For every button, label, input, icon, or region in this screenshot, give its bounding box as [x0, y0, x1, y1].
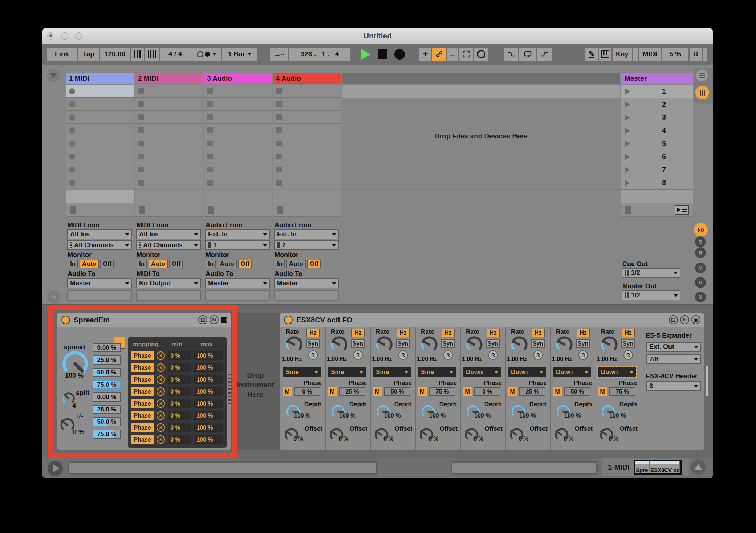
clip-slot[interactable]	[135, 111, 203, 124]
map-min-value[interactable]: 0 %	[168, 399, 191, 408]
clip-slot[interactable]	[204, 111, 272, 124]
device-on-button[interactable]	[61, 316, 70, 324]
crossfader-toggle[interactable]: ≈	[47, 290, 60, 304]
map-mode-icon[interactable]: ⊡	[198, 315, 207, 324]
clip-slot[interactable]	[273, 124, 341, 137]
track-stop-button[interactable]	[70, 206, 76, 214]
input-channel-select[interactable]: 2	[274, 240, 339, 250]
retrigger-button[interactable]: R	[578, 350, 588, 360]
clip-drop-area[interactable]	[273, 190, 341, 203]
mixer-section-toggle[interactable]: M	[695, 263, 706, 273]
waveform-select[interactable]: Sine	[373, 367, 411, 377]
sends-section-toggle[interactable]: S	[695, 236, 706, 247]
draw-mode-button[interactable]: ✎	[585, 48, 598, 61]
clip-slot[interactable]	[204, 150, 272, 163]
clip-slot[interactable]	[273, 85, 341, 98]
clip-play-button[interactable]	[48, 461, 63, 476]
input-type-select[interactable]: All Ins	[136, 229, 201, 239]
map-min-value[interactable]: 0 %	[168, 351, 191, 360]
clip-slot[interactable]	[66, 176, 134, 189]
retrigger-button[interactable]: R	[623, 350, 633, 360]
clip-slot[interactable]	[204, 85, 272, 98]
map-max-value[interactable]: 100 %	[194, 399, 223, 408]
rate-value[interactable]: 1.00 Hz	[507, 356, 527, 362]
map-param-button[interactable]: Phase	[131, 375, 154, 384]
punch-out-button[interactable]	[537, 48, 552, 61]
save-preset-icon[interactable]: ▣	[691, 315, 700, 324]
depth-value[interactable]: 100 %	[519, 412, 536, 419]
rate-knob[interactable]	[554, 335, 574, 354]
depth-value[interactable]: 100 %	[474, 412, 491, 419]
clip-slot[interactable]	[66, 124, 134, 137]
clip-slot[interactable]	[66, 98, 134, 111]
clip-slot[interactable]	[204, 163, 272, 176]
input-channel-select[interactable]: All Channels	[67, 240, 132, 250]
map-param-button[interactable]: Phase	[131, 387, 154, 396]
offset-value[interactable]: 0 %	[428, 436, 439, 442]
output-select[interactable]: Master	[67, 278, 132, 288]
loop-button[interactable]	[519, 48, 536, 61]
mixer-toggle[interactable]	[695, 86, 709, 99]
rate-sync-button[interactable]: Syn	[351, 339, 365, 348]
map-x-icon[interactable]: X	[157, 411, 165, 420]
rate-hz-button[interactable]: Hz	[397, 329, 410, 337]
spread-value-box[interactable]: 50.0 %	[93, 417, 121, 426]
phase-value[interactable]: 25 %	[339, 387, 365, 396]
returns-section-toggle[interactable]: R	[695, 247, 706, 258]
phase-value[interactable]: 50 %	[384, 387, 410, 396]
device-title-bar[interactable]: ESX8CV octLFO ⊡ ↻ ▣	[280, 313, 704, 327]
rate-value[interactable]: 1.00 Hz	[327, 356, 347, 362]
map-enable-button[interactable]: M	[283, 387, 292, 396]
io-section-toggle[interactable]: I·O	[694, 223, 708, 237]
scene-row[interactable]: 4	[621, 124, 693, 137]
play-button[interactable]	[361, 49, 371, 60]
input-type-select[interactable]: Ext. In	[205, 229, 270, 239]
map-x-icon[interactable]: X	[157, 423, 165, 432]
rate-knob[interactable]	[329, 335, 349, 354]
clip-slot[interactable]	[135, 176, 203, 189]
phase-value[interactable]: 0 %	[294, 387, 320, 396]
rate-hz-button[interactable]: Hz	[306, 329, 320, 337]
retrigger-button[interactable]: R	[308, 350, 318, 360]
master-empty-slot[interactable]	[621, 190, 693, 203]
rate-sync-button[interactable]: Syn	[576, 339, 590, 348]
rate-hz-button[interactable]: Hz	[487, 329, 500, 337]
es5-channel-pair-select[interactable]: 7/8	[646, 354, 701, 364]
map-max-value[interactable]: 100 %	[194, 411, 223, 420]
depth-value[interactable]: 100 %	[564, 412, 581, 419]
rate-knob[interactable]	[509, 335, 529, 354]
clip-slot[interactable]	[204, 98, 272, 111]
map-x-icon[interactable]: X	[157, 375, 165, 384]
input-type-select[interactable]: Ext. In	[274, 229, 339, 239]
rate-value[interactable]: 1.00 Hz	[417, 356, 437, 362]
map-min-value[interactable]: 0 %	[168, 375, 191, 384]
depth-value[interactable]: 100 %	[609, 412, 626, 419]
rate-value[interactable]: 1.00 Hz	[597, 356, 617, 362]
spread-value-box[interactable]: 25.0 %	[93, 405, 121, 414]
rate-value[interactable]: 1.00 Hz	[282, 356, 302, 362]
depth-value[interactable]: 100 %	[294, 412, 310, 419]
scene-row[interactable]: 8	[621, 176, 693, 190]
offset-value[interactable]: 0 %	[519, 436, 529, 442]
depth-value[interactable]: 100 %	[339, 412, 355, 419]
track-stop-button[interactable]	[277, 206, 283, 214]
hot-swap-icon[interactable]: ↻	[210, 315, 219, 324]
spread-value-box[interactable]: 75.0 %	[93, 430, 121, 439]
track-title[interactable]: 4 Audio	[273, 73, 341, 84]
input-type-select[interactable]: All Ins	[67, 229, 132, 239]
map-param-button[interactable]: Phase	[131, 435, 154, 444]
clip-slot[interactable]	[204, 137, 272, 150]
map-min-value[interactable]: 0 %	[168, 435, 191, 444]
clip-slot[interactable]	[273, 176, 341, 189]
automation-arm-button[interactable]	[432, 48, 446, 61]
rate-value[interactable]: 1.00 Hz	[552, 356, 572, 362]
map-max-value[interactable]: 100 %	[194, 351, 223, 360]
nudge-up-button[interactable]	[145, 48, 159, 61]
device-drop-zone[interactable]: Drop Instrument Here	[231, 313, 280, 450]
rate-knob[interactable]	[464, 335, 484, 354]
map-param-button[interactable]: Phase	[131, 363, 154, 372]
offset-value[interactable]: 0 %	[338, 436, 349, 442]
depth-value[interactable]: 100 %	[429, 412, 446, 419]
overdub-button[interactable]: +	[419, 48, 431, 61]
clip-drop-area[interactable]	[135, 190, 203, 203]
